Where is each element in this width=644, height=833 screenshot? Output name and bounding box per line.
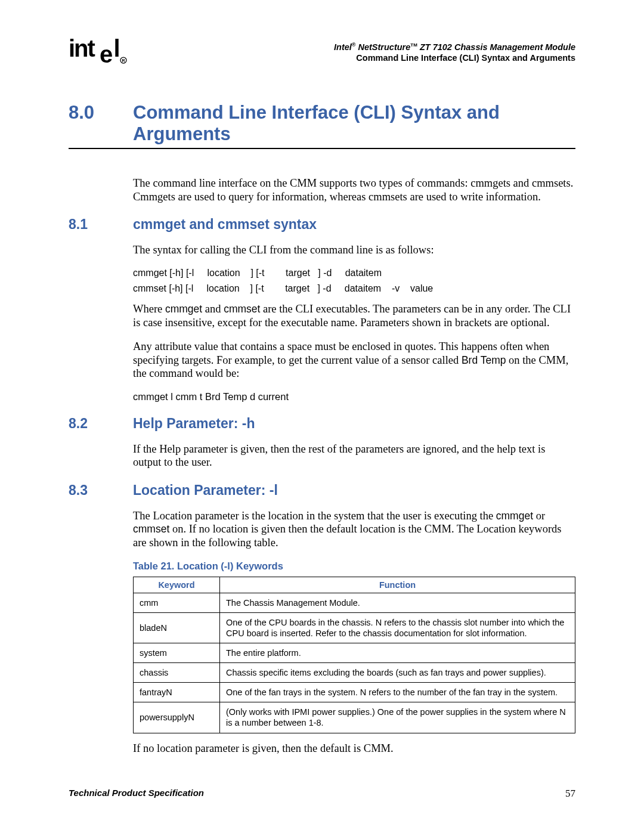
table-row: bladeN One of the CPU boards in the chas… <box>134 612 575 643</box>
syntax-block: cmmget [-h] [-l location ] [-t target ] … <box>133 268 575 294</box>
s81-p1: The syntax for calling the CLI from the … <box>133 243 575 257</box>
chapter-heading-block: 8.0 Command Line Interface (CLI) Syntax … <box>69 102 575 149</box>
section-8-2-heading: 8.2 Help Parameter: -h <box>69 416 575 432</box>
syntax-cmmset: cmmset [-h] [-l location ] [-t target ] … <box>133 283 575 294</box>
header-titles: Intel® NetStructureTM ZT 7102 Chassis Ma… <box>334 36 575 63</box>
section-title: Location Parameter: -l <box>133 482 278 498</box>
table-caption: Table 21. Location (-l) Keywords <box>133 561 575 572</box>
page-footer: Technical Product Specification 57 <box>69 788 575 800</box>
chapter-number: 8.0 <box>69 102 133 123</box>
page-header: int e l R Intel® NetStructureTM ZT 7102 … <box>69 36 575 73</box>
th-function: Function <box>220 577 575 593</box>
table-row: fantrayN One of the fan trays in the sys… <box>134 683 575 702</box>
svg-text:e: e <box>100 41 113 67</box>
s81-p2: Where cmmget and cmmset are the CLI exec… <box>133 302 575 329</box>
table-row: cmm The Chassis Management Module. <box>134 593 575 612</box>
function-cell: One of the CPU boards in the chassis. N … <box>220 612 575 643</box>
table-row: powersupplyN (Only works with IPMI power… <box>134 702 575 733</box>
syntax-cmmget: cmmget [-h] [-l location ] [-t target ] … <box>133 268 575 278</box>
chapter-title: Command Line Interface (CLI) Syntax and … <box>133 102 575 144</box>
section-number: 8.3 <box>69 482 133 498</box>
table-header-row: Keyword Function <box>134 577 575 593</box>
function-cell: The Chassis Management Module. <box>220 593 575 612</box>
keyword-cell: chassis <box>134 663 220 683</box>
svg-text:int: int <box>69 36 95 61</box>
table-row: chassis Chassis specific items excluding… <box>134 663 575 683</box>
s81-p3: Any attribute value that contains a spac… <box>133 340 575 380</box>
svg-text:l: l <box>114 36 120 61</box>
s83-p2: If no location parameter is given, then … <box>133 742 575 755</box>
section-title: Help Parameter: -h <box>133 416 255 432</box>
intel-logo: int e l R <box>69 36 134 73</box>
example-command: cmmget l cmm t Brd Temp d current <box>133 391 575 402</box>
cmd-cmmget: cmmget <box>496 510 533 522</box>
section-8-3-heading: 8.3 Location Parameter: -l <box>69 482 575 498</box>
header-subtitle: Command Line Interface (CLI) Syntax and … <box>334 53 575 63</box>
cmd-cmmset: cmmset <box>224 303 260 315</box>
keyword-cell: fantrayN <box>134 683 220 702</box>
section-number: 8.2 <box>69 416 133 432</box>
cmd-cmmget: cmmget <box>165 303 202 315</box>
function-cell: (Only works with IPMI power supplies.) O… <box>220 702 575 733</box>
keyword-cell: bladeN <box>134 612 220 643</box>
function-cell: One of the fan trays in the system. N re… <box>220 683 575 702</box>
function-cell: Chassis specific items excluding the boa… <box>220 663 575 683</box>
svg-text:R: R <box>122 58 125 63</box>
section-8-1-heading: 8.1 cmmget and cmmset syntax <box>69 216 575 233</box>
section-title: cmmget and cmmset syntax <box>133 216 317 233</box>
intel-logo-svg: int e l R <box>69 36 134 67</box>
page-number: 57 <box>565 788 575 800</box>
keyword-cell: system <box>134 643 220 662</box>
keyword-cell: cmm <box>134 593 220 612</box>
table-row: system The entire platform. <box>134 643 575 662</box>
function-cell: The entire platform. <box>220 643 575 662</box>
intro-paragraph: The command line interface on the CMM su… <box>133 176 575 203</box>
s83-p1: The Location parameter is the location i… <box>133 509 575 550</box>
cmd-cmmset: cmmset <box>133 523 169 535</box>
keyword-cell: powersupplyN <box>134 702 220 733</box>
th-keyword: Keyword <box>134 577 220 593</box>
location-keywords-table: Keyword Function cmm The Chassis Managem… <box>133 577 575 733</box>
header-product-line: Intel® NetStructureTM ZT 7102 Chassis Ma… <box>334 42 575 52</box>
s82-p1: If the Help parameter is given, then the… <box>133 442 575 469</box>
sensor-name: Brd Temp <box>462 354 506 366</box>
section-number: 8.1 <box>69 216 133 233</box>
footer-doc-title: Technical Product Specification <box>69 788 204 800</box>
